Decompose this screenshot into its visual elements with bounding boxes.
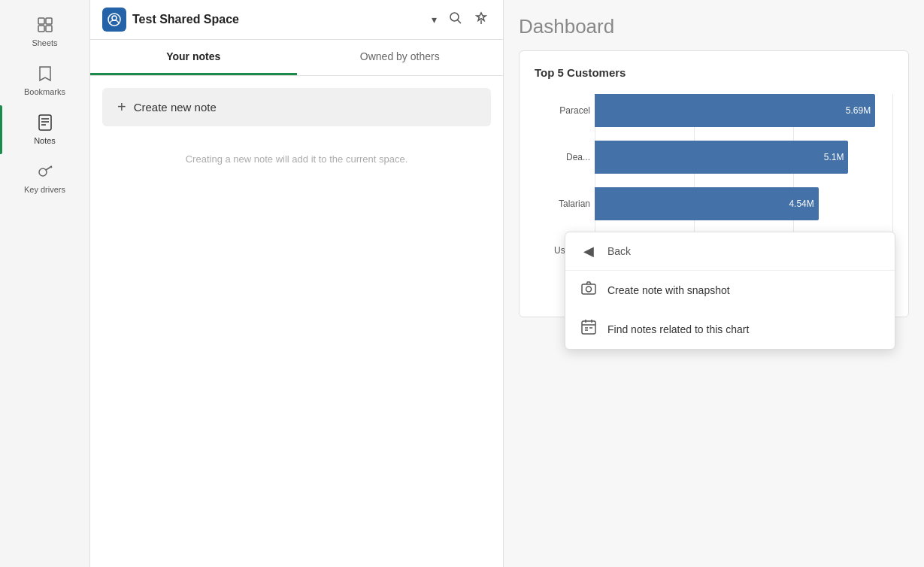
svg-point-8 — [39, 168, 47, 176]
notes-icon — [38, 114, 53, 133]
tab-your-notes[interactable]: Your notes — [90, 40, 297, 75]
bar-fill-talarian: 4.54M — [595, 187, 819, 220]
svg-line-14 — [458, 20, 462, 23]
svg-point-12 — [112, 16, 117, 20]
context-menu: ◀ Back Create note with snapshot — [565, 232, 895, 350]
bar-value-talarian: 4.54M — [789, 199, 813, 209]
sidebar-item-key-drivers[interactable]: Key drivers — [0, 154, 89, 203]
svg-rect-1 — [46, 18, 52, 24]
key-drivers-icon — [37, 163, 53, 182]
sidebar: Sheets Bookmarks Notes Key — [0, 0, 90, 567]
camera-icon — [580, 281, 597, 299]
dashboard-area: Dashboard Top 5 Customers Paracel 5.69M — [504, 0, 924, 567]
create-note-snapshot-label: Create note with snapshot — [607, 284, 730, 296]
notes-hint-text: Creating a new note will add it to the c… — [90, 138, 503, 180]
notes-panel-header: Test Shared Space ▾ — [90, 0, 503, 40]
create-note-label: Create new note — [134, 101, 217, 114]
tab-owned-by-others[interactable]: Owned by others — [297, 40, 504, 75]
menu-back-button[interactable]: ◀ Back — [565, 232, 895, 271]
space-dropdown-button[interactable]: ▾ — [429, 12, 440, 27]
space-title: Test Shared Space — [132, 13, 423, 26]
sidebar-item-sheets-label: Sheets — [32, 38, 57, 47]
sheets-icon — [37, 17, 53, 35]
sidebar-item-bookmarks[interactable]: Bookmarks — [0, 56, 89, 105]
svg-point-13 — [450, 13, 459, 21]
find-notes-label: Find notes related to this chart — [607, 323, 749, 335]
back-chevron-icon: ◀ — [580, 243, 597, 259]
bar-value-dea: 5.1M — [824, 152, 844, 162]
menu-create-note-snapshot[interactable]: Create note with snapshot — [565, 271, 895, 309]
svg-rect-4 — [39, 115, 51, 130]
chart-title: Top 5 Customers — [535, 66, 893, 79]
sidebar-item-notes[interactable]: Notes — [0, 105, 89, 154]
bar-row-dea: Dea... 5.1M — [595, 141, 893, 174]
svg-rect-3 — [46, 26, 52, 32]
svg-rect-2 — [38, 26, 44, 32]
header-actions — [446, 8, 491, 32]
bar-label-paracel: Paracel — [535, 105, 590, 116]
svg-rect-18 — [582, 321, 595, 334]
sidebar-item-sheets[interactable]: Sheets — [0, 8, 89, 56]
svg-point-17 — [586, 287, 592, 292]
bar-row-paracel: Paracel 5.69M — [595, 94, 893, 127]
pin-button[interactable] — [471, 8, 491, 32]
menu-find-notes[interactable]: Find notes related to this chart — [565, 309, 895, 349]
sidebar-item-notes-label: Notes — [34, 136, 56, 145]
bookmarks-icon — [38, 65, 52, 84]
tabs: Your notes Owned by others — [90, 40, 503, 76]
bar-fill-dea: 5.1M — [595, 141, 848, 174]
search-button[interactable] — [446, 8, 465, 32]
bar-row-talarian: Talarian 4.54M — [595, 187, 893, 220]
notes-panel: Test Shared Space ▾ Your notes Owned by … — [90, 0, 504, 567]
sidebar-item-bookmarks-label: Bookmarks — [24, 87, 65, 96]
space-icon — [102, 8, 126, 32]
svg-rect-16 — [582, 284, 595, 294]
plus-icon: + — [117, 99, 126, 116]
bar-label-dea: Dea... — [535, 152, 590, 162]
bar-value-paracel: 5.69M — [846, 105, 871, 116]
sidebar-item-key-drivers-label: Key drivers — [24, 185, 65, 194]
bar-fill-paracel: 5.69M — [595, 94, 875, 127]
find-notes-icon — [580, 320, 597, 338]
create-note-button[interactable]: + Create new note — [102, 88, 491, 126]
back-label: Back — [607, 245, 631, 257]
dashboard-title: Dashboard — [519, 15, 909, 38]
bar-label-talarian: Talarian — [535, 199, 590, 209]
chart-card: Top 5 Customers Paracel 5.69M — [519, 50, 909, 317]
svg-rect-0 — [38, 18, 44, 24]
